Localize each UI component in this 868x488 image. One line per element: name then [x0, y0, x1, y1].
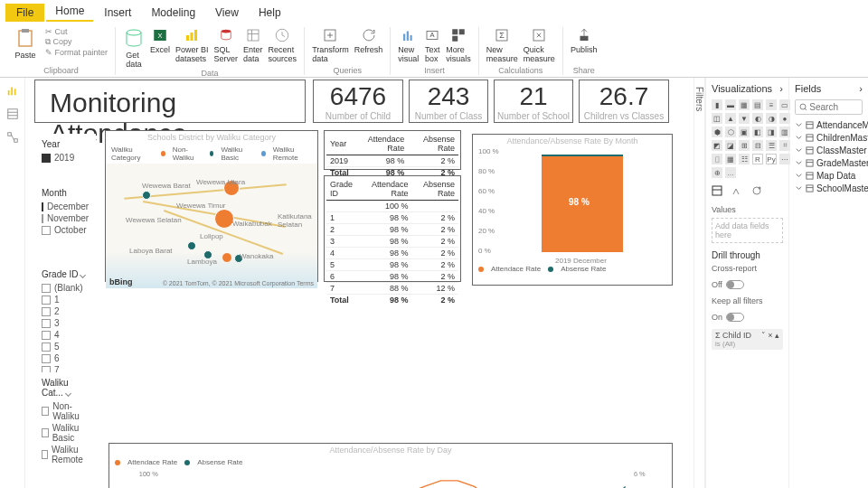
field-table-item[interactable]: AttendanceMaster: [795, 120, 863, 130]
viz-type-icon[interactable]: R: [752, 154, 763, 164]
waliku-remote-checkbox[interactable]: Waliku Remote: [42, 445, 89, 465]
viz-type-icon[interactable]: Py: [766, 154, 777, 164]
keep-filters-toggle[interactable]: [726, 313, 744, 322]
field-search-input[interactable]: [809, 102, 858, 112]
viz-type-icon[interactable]: ◑: [766, 113, 777, 124]
kpi-child[interactable]: 6476Number of Child: [313, 80, 403, 123]
kpi-school[interactable]: 21Number of School: [494, 80, 573, 123]
publish-button[interactable]: Publish: [571, 27, 598, 54]
enter-data-button[interactable]: Enter data: [243, 27, 263, 63]
new-visual-button[interactable]: New visual: [398, 27, 419, 63]
viz-type-icon[interactable]: ▼: [739, 113, 750, 124]
paste-button[interactable]: Paste: [14, 27, 36, 60]
get-data-button[interactable]: Get data: [123, 27, 145, 69]
viz-type-icon[interactable]: ▦: [739, 99, 750, 110]
field-table-item[interactable]: ClassMaster: [795, 145, 863, 155]
cross-report-toggle[interactable]: [726, 280, 744, 289]
report-canvas[interactable]: Monitoring Attendance 6476Number of Chil…: [25, 78, 694, 488]
waliku-non-checkbox[interactable]: Non-Waliku: [42, 401, 89, 421]
field-table-item[interactable]: GradeMaster: [795, 158, 863, 168]
bar-absence[interactable]: [542, 155, 623, 156]
viz-type-icon[interactable]: ▲: [725, 113, 736, 124]
slicer-month[interactable]: Month December November October: [34, 183, 96, 235]
viz-type-icon[interactable]: ⊞: [739, 140, 750, 151]
viz-type-icon[interactable]: ◨: [766, 127, 777, 137]
viz-type-icon[interactable]: ⊕: [712, 167, 722, 178]
grade-checkbox[interactable]: 3: [42, 318, 89, 328]
menu-file[interactable]: File: [5, 4, 44, 22]
table-year[interactable]: YearAttendace RateAbsense Rate201998 %2 …: [324, 130, 461, 170]
copy-button[interactable]: ⧉ Copy: [45, 37, 72, 47]
grade-checkbox[interactable]: (Blank): [42, 283, 89, 293]
viz-type-icon[interactable]: ◫: [712, 113, 722, 124]
model-view-icon[interactable]: [5, 130, 20, 145]
grade-checkbox[interactable]: 1: [42, 295, 89, 305]
viz-type-icon[interactable]: ▣: [739, 127, 750, 137]
refresh-button[interactable]: Refresh: [354, 27, 383, 54]
viz-type-icon[interactable]: …: [725, 167, 736, 178]
viz-type-icon[interactable]: ☷: [739, 154, 750, 164]
month-nov-checkbox[interactable]: November: [42, 213, 89, 223]
more-visuals-button[interactable]: More visuals: [446, 27, 471, 63]
viz-type-icon[interactable]: ☰: [766, 140, 777, 151]
kpi-class[interactable]: 243Number of Class: [409, 80, 488, 123]
bar-chart[interactable]: Attendance/Absense Rate By Month 100 % 8…: [472, 134, 673, 286]
grade-checkbox[interactable]: 2: [42, 306, 89, 316]
menu-view[interactable]: View: [206, 4, 248, 22]
slicer-waliku[interactable]: Waliku Cat... Non-Waliku Waliku Basic Wa…: [34, 372, 96, 427]
drill-field-childid[interactable]: Σ Child IDis (All) ˅ × ▴: [712, 329, 783, 350]
new-measure-button[interactable]: ΣNew measure: [486, 27, 518, 63]
values-dropzone[interactable]: Add data fields here: [712, 218, 783, 243]
map-pin[interactable]: [222, 252, 232, 263]
viz-type-icon[interactable]: ◐: [752, 113, 763, 124]
viz-type-icon[interactable]: ⌷: [712, 154, 722, 164]
viz-type-icon[interactable]: ▤: [752, 99, 763, 110]
map-canvas[interactable]: Wewewa Barat Wewewa Utara Wewewa Timur W…: [106, 164, 317, 288]
field-table-item[interactable]: ChildrenMaster: [795, 133, 863, 143]
viz-type-icon[interactable]: ▮: [712, 99, 722, 110]
table-grade[interactable]: Grade IDAttendace RateAbsense Rate100 %1…: [324, 175, 461, 282]
menu-insert[interactable]: Insert: [95, 4, 140, 22]
chevron-right-icon[interactable]: ›: [779, 83, 783, 94]
chevron-right-icon[interactable]: ›: [859, 83, 863, 94]
field-table-item[interactable]: SchoolMaster: [795, 183, 863, 193]
quick-measure-button[interactable]: Quick measure: [524, 27, 555, 63]
map-pin[interactable]: [214, 209, 234, 229]
excel-button[interactable]: XExcel: [150, 27, 170, 54]
viz-type-icon[interactable]: ⬢: [712, 127, 722, 137]
filters-pane-collapsed[interactable]: Filters: [694, 78, 705, 488]
data-view-icon[interactable]: [5, 107, 20, 121]
viz-type-icon[interactable]: ⬡: [725, 127, 736, 137]
transform-data-button[interactable]: Transform data: [312, 27, 349, 63]
grade-checkbox[interactable]: 5: [42, 342, 89, 352]
year-2019-checkbox[interactable]: 2019: [42, 153, 89, 163]
slicer-grade[interactable]: Grade ID (Blank)1234567: [34, 264, 96, 367]
sql-server-button[interactable]: SQL Server: [214, 27, 239, 63]
field-search[interactable]: [795, 99, 863, 115]
cut-button[interactable]: ✂ Cut: [45, 27, 68, 36]
field-table-item[interactable]: Map Data: [795, 171, 863, 181]
grade-checkbox[interactable]: 6: [42, 353, 89, 363]
viz-type-icon[interactable]: ▦: [725, 154, 736, 164]
line-chart[interactable]: Attendance/Absense Rate by Day Attendace…: [108, 443, 673, 488]
viz-type-icon[interactable]: ▬: [725, 99, 736, 110]
viz-type-icon[interactable]: ◪: [725, 140, 736, 151]
grade-checkbox[interactable]: 4: [42, 330, 89, 340]
menu-help[interactable]: Help: [250, 4, 290, 22]
month-dec-checkbox[interactable]: December: [42, 202, 89, 211]
viz-type-icon[interactable]: ◧: [752, 127, 763, 137]
recent-sources-button[interactable]: Recent sources: [269, 27, 297, 63]
waliku-basic-checkbox[interactable]: Waliku Basic: [42, 423, 89, 443]
map-pin[interactable]: [187, 241, 196, 250]
powerbi-datasets-button[interactable]: Power BI datasets: [175, 27, 209, 63]
fields-tab-icon[interactable]: [712, 185, 722, 198]
viz-type-icon[interactable]: ≡: [766, 99, 777, 110]
menu-modeling[interactable]: Modeling: [142, 4, 204, 22]
title-visual[interactable]: Monitoring Attendance: [34, 80, 306, 123]
viz-type-icon[interactable]: ◩: [712, 140, 722, 151]
map-pin[interactable]: [142, 191, 151, 200]
menu-home[interactable]: Home: [46, 2, 93, 22]
slicer-year[interactable]: Year 2019: [34, 134, 96, 177]
map-visual[interactable]: Schools District by Waliku Category Wali…: [105, 130, 318, 282]
report-view-icon[interactable]: [5, 83, 20, 98]
